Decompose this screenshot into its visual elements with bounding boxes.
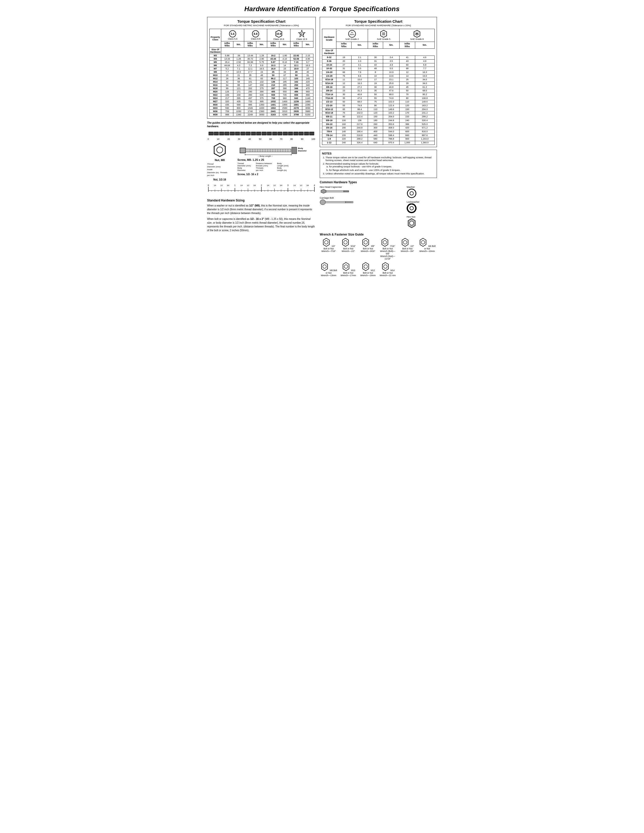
sae-table-cell: 400 [368,130,383,133]
metric-table-cell: 5.88 [221,54,233,57]
sae-table-cell: 10 [368,74,383,78]
metric-table-cell: 3163 [267,113,279,116]
note-1: These torque values are to be used for a… [325,156,435,162]
svg-point-227 [364,241,367,244]
screw-label2: Screw, 1/2- 16 x 2 [237,173,316,176]
sae-table-cell: 299.2 [351,137,368,141]
metric-table-cell: 4.3 [233,64,244,67]
sae-table-cell: 7.6 [351,71,368,74]
sae-table-cell: 8.6 [351,74,368,78]
metric-table-cell: 346 [290,87,302,90]
metric-table-cell: .56 [233,54,244,57]
sae-table-cell: 9/16-12 [322,108,336,111]
metric-table-cell: 435 [233,100,244,103]
sae-table-cell: 3.5 [351,67,368,71]
lockwasher-item: Lockwasher [407,200,437,214]
metric-table-cell: 21 [233,74,244,77]
class-109-icon: 10.9 [275,30,283,38]
metric-table-cell: 59 [290,74,302,77]
metric-chart-subtitle: FOR STANDARD METRIC MACHINE HARDWARE (To… [209,24,313,27]
sae-table-cell: 12 [336,82,351,85]
metric-table-cell: 1.80 [279,54,290,57]
sae-table-cell: 180 [336,126,351,130]
sae-table-cell: 600 [399,130,415,133]
sae-table-cell: 7/16-14 [322,93,336,96]
metric-table-cell: 42 [221,80,233,84]
sae-table-cell: 7.7 [415,67,435,71]
metric-table-cell: 16.5 [302,64,313,67]
screw-label: Screw, M8- 1.25 x 25 [237,158,316,161]
metric-table-cell: 960 [279,96,290,100]
sae-table-cell: 816.0 [415,130,435,133]
sae-table-cell: 19 [336,56,351,60]
wrench-14: 1/4" Bolt or NutWrench—7/16" [320,238,337,260]
sae-col-inlbs-3: in/lbsft/lbs [399,42,415,48]
sae-table-cell: 68.0 [383,93,399,96]
std-sizing-para2: When bolt or capscrew is identified as 1… [207,217,316,232]
sae-table-cell: 25.8 [383,82,399,85]
sae-table-cell: 420 [399,126,415,130]
metric-table-cell: 185 [279,80,290,84]
class-109-header: 10.9 Class 10.9 [267,29,290,42]
carriage-bolt-icon [320,199,355,205]
metric-table-cell: 590 [221,106,233,110]
metric-table-cell: 3310 [279,110,290,113]
sae-table-cell: 43 [368,63,383,67]
sae-table-cell: 1,244.0 [415,137,435,141]
metric-table-cell: 1900 [279,103,290,106]
washer-label: Washer [407,185,417,188]
sae-table-cell: 17 [368,78,383,82]
sae-table-cell: 19 [368,82,383,85]
sae-table-cell: 50 [368,93,383,96]
note-2-subitems: for prevailing torque locknuts - use 65%… [329,165,435,171]
ruler-numbers-row: 0102030405060708090100 [207,138,316,140]
sae-table-cell: 9/16-18 [322,111,336,115]
metric-table-cell: 2249 [244,113,256,116]
hex-nut-label: Hex Nut [407,215,417,218]
sae-table-cell: 47.6 [383,89,399,93]
metric-table-cell: 3798 [290,113,302,116]
metric-table-cell: 4.10 [279,57,290,61]
metric-table-cell: 5.97 [267,61,279,64]
sae-table-cell: 408.0 [383,126,399,130]
metric-table-cell: 29 [290,71,302,74]
nut-diagram: Nut, M8 ThreadDiameter (mm) InsideDiamet… [207,142,232,181]
metric-table-cell: 1.28 [233,57,244,61]
svg-text:0: 0 [208,184,209,187]
sae-table-cell: 240 [399,119,415,122]
metric-table-cell: 3980 [302,110,313,113]
class-88-label: Class 8.8 [251,38,261,40]
notes-section: NOTES These torque values are to be used… [320,150,437,178]
metric-table-cell: 40 [302,71,313,74]
sae-table-cell: 660 [399,133,415,137]
main-content: Torque Specification Chart FOR STANDARD … [207,17,437,277]
metric-table-cell: 890 [302,93,313,96]
sae-table-cell: 240 [336,141,351,145]
sae-table-cell: 4.6 [415,56,435,60]
sae-table-cell: 299.2 [415,115,435,119]
sae-table-cell: 204.0 [415,108,435,111]
wrench-m8-icon [320,262,329,271]
sae-table-cell: 190.4 [351,130,368,133]
wrench-guide-section: Wrench & Fastener Size Guide 1/4" Bolt o… [320,233,437,277]
sae-table-cell: 49 [368,67,383,71]
hex-nut-item: Hex Nut [407,215,437,229]
metric-table-cell: 1401 [267,103,279,106]
wrench-38: 3/8" Bolt or NutWrench—9/16" [359,238,377,260]
sae-table-cell: 122.4 [383,104,399,108]
sae-table-cell: 40.8 [383,85,399,89]
class-88-header: 8.8 Class 8.8 [244,29,267,42]
svg-text:2: 2 [261,184,262,187]
sae-table-cell: 3.5 [383,60,399,63]
svg-text:3/4: 3/4 [253,185,256,186]
sae-table-cell: 580 [368,137,383,141]
sae-table-cell: 210.8 [351,133,368,137]
sae-table-cell: 5/8-11 [322,115,336,119]
metric-table-cell: 7.15 [290,61,302,64]
svg-text:Diameter: Diameter [298,150,307,152]
lockwasher-icon [407,203,417,213]
page-title: Hardware Identification & Torque Specifi… [207,5,437,13]
metric-table-cell: 61 [244,77,256,80]
metric-table-cell: 14 [279,64,290,67]
sae-table-cell: 788.8 [383,137,399,141]
